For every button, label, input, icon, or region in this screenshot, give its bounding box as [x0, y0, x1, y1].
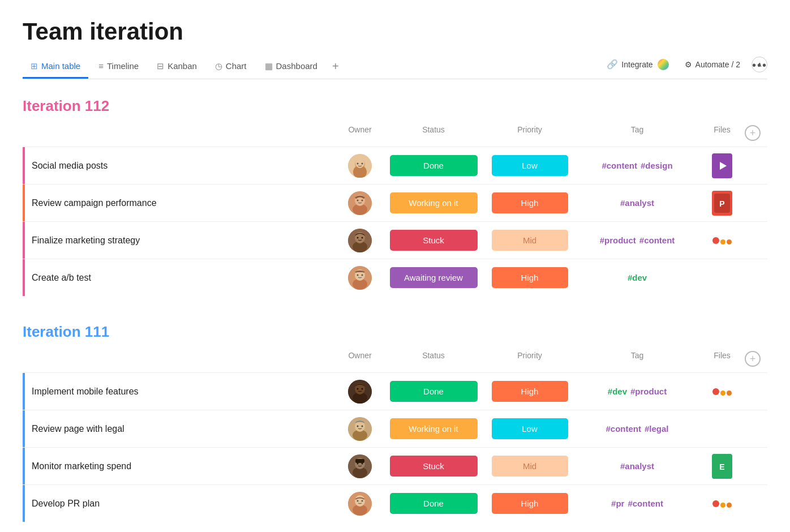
status-col[interactable]: Stuck: [383, 226, 484, 254]
status-col[interactable]: Awaiting review: [383, 264, 484, 291]
tag-col: #product #content: [575, 233, 699, 247]
col-status-112: Status: [383, 125, 484, 141]
asana-icon: [712, 500, 732, 508]
owner-col[interactable]: [337, 266, 383, 290]
task-name[interactable]: Social media posts: [23, 156, 337, 175]
tag[interactable]: #content: [602, 161, 637, 170]
table-row: Review page with legal Working on it: [23, 410, 767, 447]
task-name[interactable]: Implement mobile features: [23, 382, 337, 401]
integrate-button[interactable]: 🔗 Integrate: [602, 57, 673, 72]
owner-col[interactable]: [337, 154, 383, 178]
tag[interactable]: #analyst: [620, 198, 654, 208]
tag[interactable]: #dev: [608, 387, 627, 396]
add-column-111[interactable]: +: [745, 351, 761, 367]
col-files-112: Files: [699, 125, 745, 141]
task-name[interactable]: Create a/b test: [23, 268, 337, 288]
status-col[interactable]: Working on it: [383, 189, 484, 217]
tab-main-table[interactable]: ⊞ Main table: [23, 55, 88, 79]
add-column-112[interactable]: +: [745, 125, 761, 141]
svg-point-28: [355, 383, 365, 394]
files-col[interactable]: P: [699, 191, 745, 216]
tag[interactable]: #content: [639, 235, 675, 245]
file-icon: P: [712, 191, 732, 216]
tag[interactable]: #content: [628, 499, 663, 508]
table-111-header: Owner Status Priority Tag Files +: [23, 347, 767, 370]
status-col[interactable]: Stuck: [383, 452, 484, 480]
svg-text:P: P: [719, 199, 724, 208]
svg-rect-41: [355, 459, 364, 463]
priority-col[interactable]: Low: [484, 152, 575, 179]
tag-col: #content #design: [575, 158, 699, 173]
svg-point-48: [362, 500, 363, 501]
chart-icon: ◷: [215, 61, 222, 71]
priority-badge: High: [492, 493, 568, 514]
col-tag-111: Tag: [575, 351, 699, 367]
avatar: [348, 454, 372, 478]
status-badge: Working on it: [390, 192, 478, 213]
svg-point-25: [362, 274, 363, 276]
owner-col[interactable]: [337, 229, 383, 252]
iteration-112-table: Owner Status Priority Tag Files + Social…: [23, 122, 767, 296]
col-owner-112: Owner: [337, 125, 383, 141]
tab-timeline[interactable]: ≡ Timeline: [91, 55, 147, 78]
owner-col[interactable]: [337, 454, 383, 478]
priority-col[interactable]: High: [484, 189, 575, 217]
task-name[interactable]: Develop PR plan: [23, 494, 337, 513]
status-col[interactable]: Working on it: [383, 415, 484, 443]
priority-col[interactable]: Mid: [484, 226, 575, 254]
status-col[interactable]: Done: [383, 377, 484, 405]
svg-point-5: [357, 162, 359, 164]
owner-col[interactable]: [337, 191, 383, 215]
files-col[interactable]: [699, 500, 745, 508]
dashboard-icon: ▦: [265, 61, 273, 71]
tag[interactable]: #product: [630, 387, 667, 396]
files-col[interactable]: E: [699, 454, 745, 479]
task-name[interactable]: Monitor marketing spend: [23, 457, 337, 476]
owner-col[interactable]: [337, 417, 383, 441]
table-row: Review campaign performance Working on i: [23, 184, 767, 221]
row-indicator: [23, 259, 25, 296]
priority-col[interactable]: Mid: [484, 452, 575, 480]
tag[interactable]: #design: [641, 161, 673, 170]
col-owner-111: Owner: [337, 351, 383, 367]
avatar: [348, 191, 372, 215]
row-indicator: [23, 185, 25, 221]
col-status-111: Status: [383, 351, 484, 367]
tag[interactable]: #legal: [645, 424, 669, 434]
priority-col[interactable]: High: [484, 377, 575, 405]
status-col[interactable]: Done: [383, 490, 484, 517]
priority-badge: High: [492, 267, 568, 288]
tag[interactable]: #pr: [611, 499, 624, 508]
tag[interactable]: #analyst: [620, 461, 654, 471]
owner-col[interactable]: [337, 492, 383, 516]
files-col[interactable]: [699, 236, 745, 244]
tab-kanban[interactable]: ⊟ Kanban: [149, 55, 205, 79]
priority-col[interactable]: High: [484, 264, 575, 291]
priority-col[interactable]: Low: [484, 415, 575, 443]
task-name[interactable]: Review page with legal: [23, 419, 337, 439]
status-col[interactable]: Done: [383, 152, 484, 179]
row-indicator: [23, 448, 25, 484]
row-indicator: [23, 485, 25, 522]
tab-dashboard[interactable]: ▦ Dashboard: [257, 55, 325, 79]
avatar: [348, 417, 372, 441]
owner-col[interactable]: [337, 380, 383, 404]
automate-button[interactable]: ⚙ Automate / 2: [680, 58, 745, 71]
files-col[interactable]: [699, 388, 745, 396]
tab-chart[interactable]: ◷ Chart: [207, 55, 255, 79]
task-name[interactable]: Finalize marketing strategy: [23, 231, 337, 250]
priority-col[interactable]: High: [484, 490, 575, 517]
table-row: Social media posts Done: [23, 147, 767, 184]
table-row: Create a/b test Awaiting review: [23, 259, 767, 296]
tag[interactable]: #dev: [628, 273, 647, 282]
tag[interactable]: #product: [600, 235, 636, 245]
task-name[interactable]: Review campaign performance: [23, 194, 337, 213]
add-tab-button[interactable]: +: [328, 54, 344, 79]
tag-col: #content #legal: [575, 422, 699, 436]
table-row: Finalize marketing strategy Stuck: [23, 221, 767, 259]
priority-badge: Mid: [492, 456, 568, 477]
tag[interactable]: #content: [606, 424, 641, 434]
files-col[interactable]: [699, 153, 745, 178]
more-options-button[interactable]: •••: [752, 59, 767, 72]
col-priority-112: Priority: [484, 125, 575, 141]
